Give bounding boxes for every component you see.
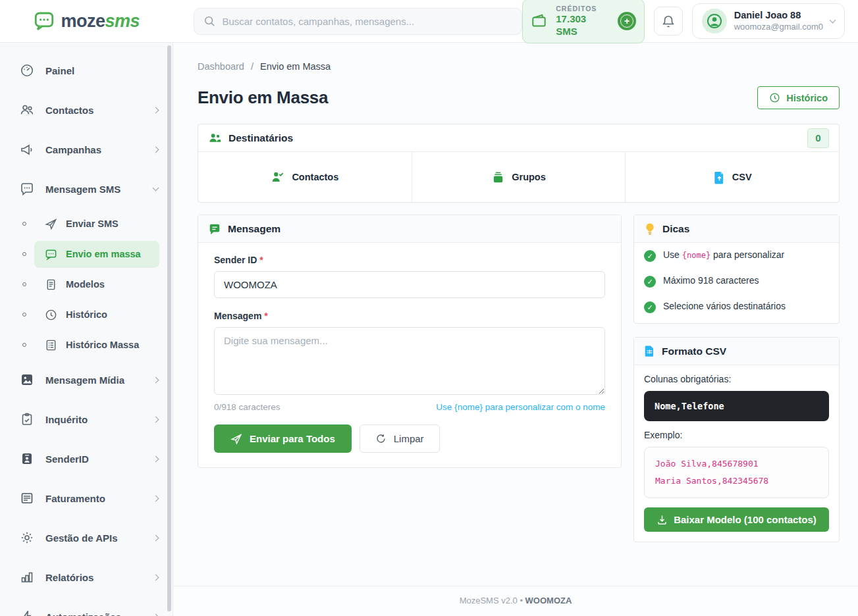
user-menu[interactable]: Daniel Joao 88 woomoza@gmail.com0 [692, 3, 845, 39]
message-card: Mensagem Sender ID * Mensagem * 0/918 ca… [198, 215, 622, 468]
history-button[interactable]: Histórico [757, 86, 840, 109]
chat-bubble-logo-icon [33, 10, 55, 32]
brand-logo[interactable]: mozesms [0, 10, 173, 32]
gear-icon [20, 530, 34, 545]
recipients-count-badge: 0 [807, 128, 829, 148]
breadcrumb: Dashboard / Envio em Massa [198, 61, 840, 72]
plus-icon: + [620, 14, 633, 28]
sidebar-subitem-historico-massa[interactable]: Histórico Massa [0, 330, 173, 360]
check-circle-icon: ✓ [644, 250, 656, 262]
clipboard-check-icon [20, 412, 34, 426]
chevron-right-icon [153, 574, 159, 580]
main-content: Dashboard / Envio em Massa Envio em Mass… [173, 43, 858, 616]
sender-id-label: Sender ID * [214, 255, 605, 265]
check-circle-icon: ✓ [644, 301, 656, 313]
char-counter: 0/918 caracteres [214, 402, 281, 412]
bar-chart-icon [20, 570, 34, 584]
chevron-down-icon [830, 17, 836, 24]
chevron-right-icon [153, 376, 159, 383]
refresh-icon [375, 433, 387, 444]
sidebar-subitem-envio-em-massa[interactable]: Envio em massa [0, 239, 173, 269]
global-search[interactable] [194, 8, 522, 35]
recipients-card: Destinatários 0 Contactos [198, 124, 840, 203]
message-title: Mensagem [228, 223, 281, 235]
bullet-icon [22, 282, 26, 286]
user-email: woomoza@gmail.com0 [734, 22, 823, 33]
sidebar-item-faturamento[interactable]: Faturamento [0, 478, 173, 518]
clear-button[interactable]: Limpar [360, 424, 440, 453]
app-header: mozesms CRÉDITOS 17.303 SMS + [0, 0, 858, 43]
credits-label: CRÉDITOS [556, 5, 610, 13]
credits-value: 17.303 SMS [556, 13, 610, 38]
sidebar-item-automatizacoes[interactable]: Automatizações [0, 597, 173, 616]
tab-contactos[interactable]: Contactos [198, 152, 412, 202]
gauge-icon [20, 63, 34, 78]
wallet-icon [531, 13, 548, 29]
tip-item: ✓ Selecione vários destinatários [634, 294, 839, 323]
lightning-icon [20, 609, 34, 616]
sidebar-item-relatorios[interactable]: Relatórios [0, 557, 173, 597]
list-icon [45, 339, 57, 351]
bullet-icon [22, 252, 26, 256]
sms-submenu: Enviar SMS Envio em massa [0, 209, 173, 360]
document-icon [45, 278, 57, 291]
sidebar-item-gestao-apis[interactable]: Gestão de APIs [0, 518, 173, 557]
message-label: Mensagem * [214, 311, 605, 321]
sidebar-item-mensagem-sms[interactable]: Mensagem SMS [0, 169, 173, 209]
sidebar-item-inquerito[interactable]: Inquérito [0, 399, 173, 439]
add-credits-button[interactable]: + [618, 12, 636, 30]
notifications-button[interactable] [654, 7, 683, 36]
footer-owner: WOOMOZA [525, 596, 572, 605]
csv-columns-value: Nome,Telefone [644, 391, 829, 421]
chevron-right-icon [153, 495, 159, 501]
download-icon [657, 514, 668, 525]
bell-icon [662, 14, 675, 28]
breadcrumb-current: Envio em Massa [260, 61, 331, 72]
tip-item: ✓ Máximo 918 caracteres [634, 269, 839, 294]
id-card-icon [20, 451, 34, 466]
sidebar-subitem-historico[interactable]: Histórico [0, 299, 173, 330]
bullet-icon [22, 343, 26, 347]
sidebar-item-campanhas[interactable]: Campanhas [0, 130, 173, 169]
sidebar-item-painel[interactable]: Painel [0, 51, 173, 90]
search-icon [203, 15, 215, 27]
lightbulb-icon [644, 222, 656, 236]
bullet-icon [22, 313, 26, 317]
credits-widget: CRÉDITOS 17.303 SMS + [522, 0, 645, 43]
sidebar-item-mensagem-midia[interactable]: Mensagem Mídia [0, 360, 173, 399]
send-all-button[interactable]: Enviar para Todos [214, 424, 352, 453]
user-name: Daniel Joao 88 [734, 9, 823, 22]
megaphone-icon [20, 142, 34, 157]
page-title: Envio em Massa [198, 88, 328, 108]
csv-example-block: João Silva,845678901 Maria Santos,842345… [644, 447, 829, 498]
sidebar-subitem-modelos[interactable]: Modelos [0, 269, 173, 299]
tab-grupos[interactable]: Grupos [412, 152, 626, 202]
sidebar-item-senderid[interactable]: SenderID [0, 439, 173, 478]
clock-icon [769, 92, 780, 103]
users-icon [20, 103, 34, 117]
sender-id-input[interactable] [214, 271, 605, 298]
bullet-icon [22, 222, 26, 226]
avatar [702, 9, 727, 34]
csv-example-line: Maria Santos,842345678 [655, 473, 818, 490]
chevron-right-icon [153, 107, 159, 113]
sidebar-scrollbar[interactable] [167, 45, 171, 611]
chevron-right-icon [153, 613, 159, 616]
chevron-right-icon [153, 146, 159, 153]
users-group-icon [208, 131, 222, 145]
csv-format-card: Formato CSV Colunas obrigatórias: Nome,T… [633, 337, 840, 542]
breadcrumb-home[interactable]: Dashboard [198, 61, 244, 72]
sidebar-item-contactos[interactable]: Contactos [0, 90, 173, 130]
search-input[interactable] [222, 16, 512, 27]
sidebar-nav: Painel Contactos Campanhas [0, 43, 173, 616]
chat-bubble-icon [20, 182, 34, 196]
sidebar-subitem-enviar-sms[interactable]: Enviar SMS [0, 209, 173, 239]
message-textarea[interactable] [214, 327, 605, 395]
download-template-button[interactable]: Baixar Modelo (100 contactos) [644, 507, 829, 532]
file-upload-icon [713, 170, 726, 184]
invoice-icon [20, 491, 34, 505]
chevron-right-icon [153, 416, 159, 423]
personalize-hint-link[interactable]: Use {nome} para personalizar com o nome [436, 402, 605, 412]
chevron-down-icon [153, 185, 159, 192]
tab-csv[interactable]: CSV [626, 152, 839, 202]
